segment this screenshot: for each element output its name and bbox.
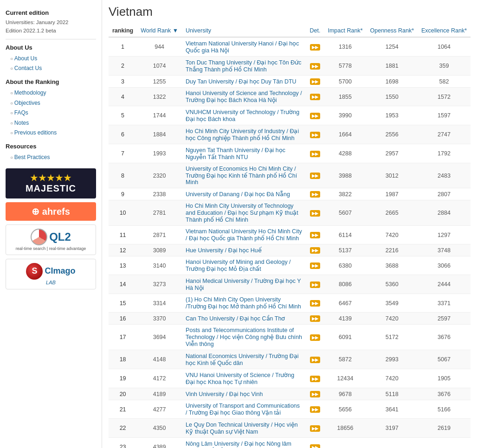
- det-icon[interactable]: ▶▶: [310, 151, 320, 157]
- university-link[interactable]: Hanoi University of Mining and Geology /…: [186, 259, 291, 272]
- det-icon[interactable]: ▶▶: [310, 406, 320, 413]
- cell-det[interactable]: ▶▶: [306, 369, 324, 388]
- det-icon[interactable]: ▶▶: [310, 247, 320, 254]
- cell-det[interactable]: ▶▶: [306, 144, 324, 163]
- cell-impact: 9678: [324, 388, 366, 400]
- det-icon[interactable]: ▶▶: [310, 444, 320, 448]
- det-icon[interactable]: ▶▶: [310, 132, 320, 138]
- det-icon[interactable]: ▶▶: [310, 334, 320, 341]
- det-icon[interactable]: ▶▶: [310, 357, 320, 363]
- about-us-link[interactable]: About Us: [6, 54, 96, 64]
- university-link[interactable]: Ho Chi Minh City University of Industry …: [186, 128, 299, 141]
- university-link[interactable]: VNUHCM University of Technology / Trường…: [186, 109, 299, 122]
- university-link[interactable]: Le Quy Don Technical University / Học vi…: [186, 422, 298, 435]
- det-icon[interactable]: ▶▶: [310, 232, 320, 238]
- methodology-link[interactable]: Methodology: [6, 88, 96, 98]
- cell-det[interactable]: ▶▶: [306, 163, 324, 188]
- cell-det[interactable]: ▶▶: [306, 325, 324, 350]
- majestic-logo[interactable]: ★★★★★ MAJESTIC: [6, 168, 96, 198]
- university-link[interactable]: Nguyen Tat Thanh University / Đại học Ng…: [186, 147, 285, 160]
- scimago-logo[interactable]: S CImago LAB: [6, 259, 96, 289]
- university-link[interactable]: Ton Duc Thang University / Đại học Tôn Đ…: [186, 59, 301, 73]
- cell-openness: 5172: [367, 325, 418, 350]
- university-link[interactable]: (1) Ho Chi Minh City Open University /Tr…: [186, 296, 301, 310]
- cell-excellence: 2483: [418, 163, 471, 188]
- faqs-link[interactable]: FAQs: [6, 108, 96, 118]
- cell-openness: 1881: [367, 57, 418, 76]
- ql2-logo[interactable]: QL2 real-time search | real-time advanta…: [6, 224, 96, 255]
- cell-det[interactable]: ▶▶: [306, 313, 324, 325]
- university-sort-link[interactable]: University: [186, 27, 211, 34]
- impact-sort-link[interactable]: Impact Rank*: [328, 27, 362, 34]
- table-row: 61884Ho Chi Minh City University of Indu…: [109, 125, 471, 144]
- previous-editions-link[interactable]: Previous editions: [6, 128, 96, 138]
- det-icon[interactable]: ▶▶: [310, 78, 320, 85]
- university-link[interactable]: Hanoi University of Science and Technolo…: [186, 90, 302, 103]
- contact-us-link[interactable]: Contact Us: [6, 64, 96, 74]
- det-icon[interactable]: ▶▶: [310, 262, 320, 269]
- university-link[interactable]: Vietnam National University Hanoi / Đại …: [186, 40, 299, 54]
- det-icon[interactable]: ▶▶: [310, 210, 320, 217]
- cell-det[interactable]: ▶▶: [306, 88, 324, 106]
- det-icon[interactable]: ▶▶: [310, 173, 320, 179]
- cell-university: National Economics University / Trường Đ…: [182, 350, 306, 369]
- cell-det[interactable]: ▶▶: [306, 76, 324, 88]
- cell-det[interactable]: ▶▶: [306, 419, 324, 438]
- rankings-table: ranking World Rank ▼ University Det. Imp…: [109, 25, 471, 448]
- cell-det[interactable]: ▶▶: [306, 106, 324, 125]
- cell-det[interactable]: ▶▶: [306, 57, 324, 76]
- university-link[interactable]: University of Danang / Đại học Đà Nẵng: [186, 191, 290, 198]
- det-icon[interactable]: ▶▶: [310, 315, 320, 322]
- university-link[interactable]: Vinh University / Đại học Vinh: [186, 391, 263, 397]
- cell-det[interactable]: ▶▶: [306, 188, 324, 200]
- university-link[interactable]: University of Economics Ho Chi Minh City…: [186, 166, 297, 186]
- det-icon[interactable]: ▶▶: [310, 94, 320, 100]
- cell-world-rank: 3370: [137, 313, 182, 325]
- openness-sort-link[interactable]: Openness Rank*: [370, 27, 414, 34]
- cell-det[interactable]: ▶▶: [306, 294, 324, 313]
- det-icon[interactable]: ▶▶: [310, 391, 320, 397]
- cell-det[interactable]: ▶▶: [306, 350, 324, 369]
- objectives-link[interactable]: Objectives: [6, 98, 96, 109]
- cell-det[interactable]: ▶▶: [306, 200, 324, 226]
- det-icon[interactable]: ▶▶: [310, 282, 320, 288]
- university-link[interactable]: Nông Lâm University / Đại học Nông lâm T…: [186, 441, 291, 448]
- university-link[interactable]: Can Tho University / Đại học Cần Thơ: [186, 315, 285, 322]
- university-link[interactable]: Duy Tan University / Đại học Duy Tân DTU: [186, 78, 297, 85]
- cell-impact: 6467: [324, 294, 366, 313]
- det-icon[interactable]: ▶▶: [310, 300, 320, 307]
- det-icon[interactable]: ▶▶: [310, 376, 320, 382]
- cell-impact: 6091: [324, 325, 366, 350]
- cell-det[interactable]: ▶▶: [306, 400, 324, 419]
- university-link[interactable]: VNU Hanoi University of Science / Trường…: [186, 372, 294, 385]
- det-icon[interactable]: ▶▶: [310, 425, 320, 432]
- det-icon[interactable]: ▶▶: [310, 63, 320, 70]
- cell-det[interactable]: ▶▶: [306, 125, 324, 144]
- ahrefs-logo[interactable]: ⊕ ahrefs: [6, 202, 96, 221]
- det-icon[interactable]: ▶▶: [310, 191, 320, 198]
- cell-det[interactable]: ▶▶: [306, 438, 324, 448]
- university-link[interactable]: Posts and Telecommunications Institute o…: [186, 327, 302, 347]
- cell-det[interactable]: ▶▶: [306, 256, 324, 275]
- cell-det[interactable]: ▶▶: [306, 388, 324, 400]
- best-practices-link[interactable]: Best Practices: [6, 153, 96, 163]
- cell-det[interactable]: ▶▶: [306, 37, 324, 57]
- about-us-nav: About Us Contact Us: [6, 54, 96, 74]
- cell-det[interactable]: ▶▶: [306, 226, 324, 244]
- university-link[interactable]: Hue University / Đại học Huế: [186, 247, 262, 254]
- det-icon[interactable]: ▶▶: [310, 44, 320, 51]
- cell-det[interactable]: ▶▶: [306, 275, 324, 294]
- cell-rank: 20: [109, 388, 137, 400]
- world-rank-sort-link[interactable]: World Rank ▼: [141, 27, 178, 34]
- university-link[interactable]: Vietnam National University Ho Chi Minh …: [186, 228, 302, 242]
- cell-university: Posts and Telecommunications Institute o…: [182, 325, 306, 350]
- university-link[interactable]: Hanoi Medical University / Trường Đại họ…: [186, 278, 301, 291]
- cell-det[interactable]: ▶▶: [306, 244, 324, 256]
- university-link[interactable]: University of Transport and Communicatio…: [186, 403, 300, 416]
- det-icon[interactable]: ▶▶: [310, 113, 320, 119]
- cell-world-rank: 944: [137, 37, 182, 57]
- university-link[interactable]: National Economics University / Trường Đ…: [186, 353, 299, 366]
- university-link[interactable]: Ho Chi Minh City University of Technolog…: [186, 203, 298, 223]
- notes-link[interactable]: Notes: [6, 118, 96, 128]
- excellence-sort-link[interactable]: Excellence Rank*: [421, 27, 467, 34]
